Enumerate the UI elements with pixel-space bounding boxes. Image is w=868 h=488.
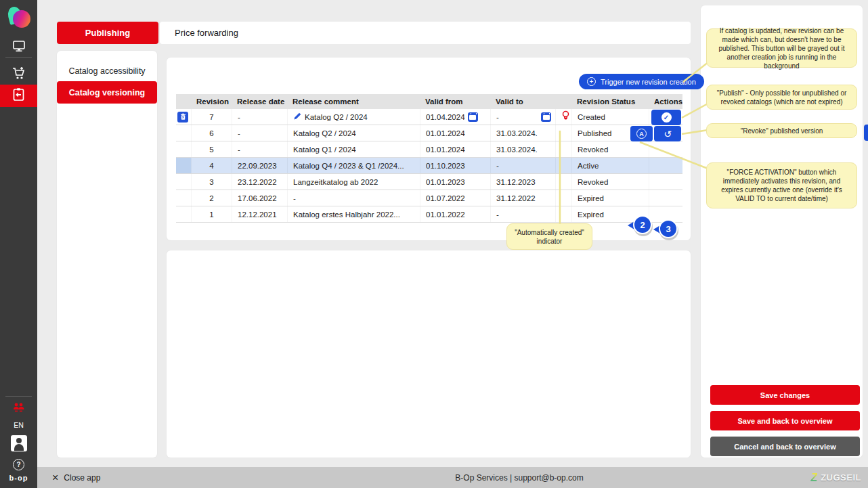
save-changes-label: Save changes — [760, 391, 810, 399]
partial-action-button — [864, 125, 868, 141]
cell-actions — [649, 190, 682, 206]
cancel-back-button[interactable]: Cancel and back to overview — [710, 437, 860, 456]
callout-marker-3: 3 — [654, 219, 678, 242]
valid-to-text: - — [496, 113, 499, 121]
col-release-comment: Release comment — [287, 94, 420, 109]
cell-valid-from: 01.01.2022 — [420, 206, 490, 222]
header-spacer — [176, 94, 191, 109]
publish-badge-check-icon: ✓ — [661, 112, 672, 123]
sidebar-item-catalog-manager[interactable] — [0, 85, 37, 107]
cell-revision: 3 — [191, 174, 232, 190]
cell-comment: Katalog Q1 / 2024 — [287, 141, 420, 157]
trigger-new-revision-button[interactable]: + Trigger new revision creation — [579, 74, 704, 89]
tab-price-forwarding[interactable]: Price forwarding — [160, 22, 691, 44]
table-row-revision-7[interactable]: 7 - Katalog Q2 / 2024 01.04.2024 - Creat… — [176, 109, 682, 125]
close-app-button[interactable]: × Close app — [52, 473, 100, 483]
zugseil-wordmark: ZUGSEIL — [821, 472, 861, 483]
col-revision-status: Revision Status — [571, 94, 649, 109]
sidebar-item-team[interactable] — [0, 401, 37, 417]
indicator-note-line1: "Automatically created" — [515, 228, 584, 237]
revoke-revision-button[interactable]: ↺ — [654, 126, 681, 141]
cell-revision: 5 — [191, 141, 232, 157]
nav-item-catalog-versioning[interactable]: Catalog versioning — [57, 81, 157, 104]
zugseil-logo: Z ZUGSEIL — [810, 472, 861, 484]
nav-item-catalog-accessibility[interactable]: Catalog accessibility — [57, 60, 157, 82]
cell-indicator — [555, 141, 571, 157]
users-red-icon — [12, 402, 26, 416]
cell-actions — [649, 158, 682, 173]
cell-valid-from: 01.07.2022 — [420, 190, 490, 206]
help-icon[interactable]: ? — [13, 459, 24, 470]
save-back-label: Save and back to overview — [737, 417, 832, 425]
nav-versioning-label: Catalog versioning — [69, 88, 146, 97]
valid-from-text: 01.04.2024 — [426, 113, 465, 121]
row-cell — [176, 125, 191, 141]
cell-comment: Katalog erstes Halbjahr 2022... — [287, 206, 420, 222]
publish-revision-button[interactable]: ✓ — [651, 110, 681, 125]
cell-valid-from: 01.01.2023 — [420, 174, 490, 190]
cell-revision: 2 — [191, 190, 232, 206]
row-cell — [176, 141, 191, 157]
cell-indicator — [555, 125, 571, 141]
cell-release-date: 12.12.2021 — [232, 206, 287, 222]
cell-valid-from: 01.04.2024 — [420, 109, 490, 125]
table-row-revision-6[interactable]: 6 - Katalog Q2 / 2024 01.01.2024 31.03.2… — [176, 125, 682, 141]
tab-publishing[interactable]: Publishing — [57, 22, 158, 44]
table-row-revision-5[interactable]: 5 - Katalog Q1 / 2024 01.01.2024 31.03.2… — [176, 141, 682, 158]
cell-indicator — [555, 158, 571, 173]
row-cell — [176, 174, 191, 190]
circle-plus-icon: + — [587, 77, 596, 86]
cell-release-date: 17.06.2022 — [232, 190, 287, 206]
note-publish: "Publish" - Only possible for unpublishe… — [706, 85, 857, 110]
table-row-revision-3[interactable]: 3 23.12.2022 Langzeitkatalog ab 2022 01.… — [176, 174, 682, 190]
force-activation-button[interactable]: A — [630, 126, 653, 141]
cell-comment: Katalog Q2 / 2024 — [287, 109, 420, 125]
cell-valid-to: - — [490, 206, 555, 222]
cart-plus-icon — [12, 66, 26, 83]
cell-valid-to: 31.03.2024. — [490, 125, 555, 141]
force-activation-icon: A — [636, 129, 647, 139]
cell-status: Created — [571, 109, 649, 125]
table-row-revision-4-active[interactable]: 4 22.09.2023 Katalog Q4 / 2023 & Q1 /202… — [176, 158, 682, 174]
cell-indicator — [555, 206, 571, 222]
sidebar-divider-bottom — [5, 396, 32, 397]
sidebar-item-dashboard[interactable] — [0, 36, 37, 58]
cell-comment: Katalog Q2 / 2024 — [287, 125, 420, 141]
auto-created-bulb-icon — [561, 110, 570, 123]
cell-status: Revoked — [571, 141, 649, 157]
table-row-revision-2[interactable]: 2 17.06.2022 - 01.07.2022 31.12.2022 Exp… — [176, 190, 682, 206]
delete-revision-icon[interactable] — [177, 112, 188, 123]
marker-number: 2 — [633, 215, 652, 234]
edit-comment-icon[interactable] — [293, 112, 302, 122]
note-auto-created-indicator: "Automatically created" indicator — [506, 223, 592, 250]
cell-revision: 7 — [191, 109, 232, 125]
app-logo-circle — [13, 10, 30, 28]
footer-bar: × Close app B-Op Services | support@b-op… — [37, 467, 868, 488]
marker-number: 3 — [659, 219, 678, 238]
save-changes-button[interactable]: Save changes — [710, 385, 860, 405]
clipboard-back-icon — [12, 87, 26, 104]
cell-valid-from: 01.10.2023 — [420, 158, 490, 173]
save-back-button[interactable]: Save and back to overview — [710, 411, 860, 430]
cell-valid-to: - — [490, 109, 555, 125]
app-sidebar: EN ? b-op — [0, 0, 37, 488]
language-indicator[interactable]: EN — [0, 421, 37, 429]
table-header-row: Revision Release date Release comment Va… — [176, 94, 682, 109]
user-avatar[interactable] — [11, 435, 27, 451]
col-release-date: Release date — [232, 94, 287, 109]
col-valid-to: Valid to — [490, 94, 555, 109]
note-force-activation: "FORCE ACTIVATION" button which immediat… — [706, 162, 857, 208]
cell-valid-from: 01.01.2024 — [420, 141, 490, 157]
table-row-revision-1[interactable]: 1 12.12.2021 Katalog erstes Halbjahr 202… — [176, 206, 682, 223]
calendar-icon[interactable] — [468, 112, 478, 122]
cell-release-date: 22.09.2023 — [232, 158, 287, 173]
cell-status: Revoked — [571, 174, 649, 190]
sidebar-item-shop[interactable] — [0, 64, 37, 86]
close-app-label: Close app — [64, 473, 100, 483]
cell-release-date: - — [232, 109, 287, 125]
calendar-icon[interactable] — [541, 112, 551, 122]
cell-valid-to: 31.12.2023 — [490, 174, 555, 190]
row-cell — [176, 206, 191, 222]
cell-indicator — [555, 190, 571, 206]
bop-brand-logo: b-op — [0, 474, 37, 482]
